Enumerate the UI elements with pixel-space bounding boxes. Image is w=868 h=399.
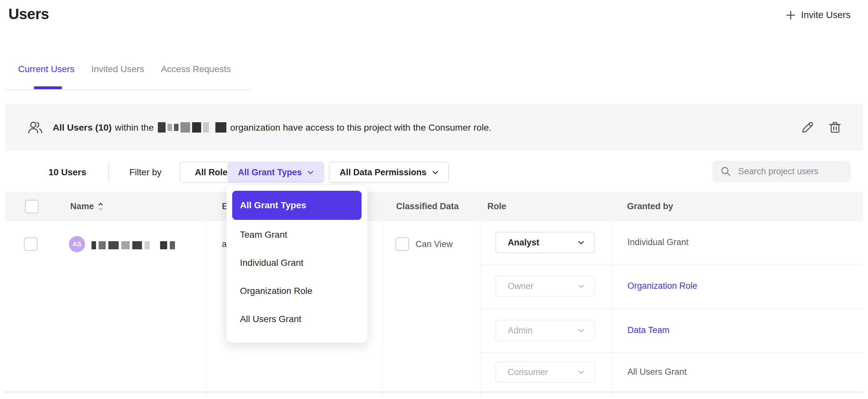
role-select-value: Consumer: [508, 367, 548, 377]
invite-users-label: Invite Users: [801, 10, 850, 20]
search-box: [712, 161, 850, 182]
filter-by-label: Filter by: [129, 167, 162, 178]
column-header-classified-data: Classified Data: [396, 192, 459, 221]
edit-all-users-grant-button[interactable]: [799, 119, 815, 135]
all-data-permissions-filter[interactable]: All Data Permissions: [329, 162, 449, 183]
dropdown-item-team-grant[interactable]: Team Grant: [232, 220, 362, 249]
redacted-org-name: [158, 122, 226, 132]
granted-by-all-users-grant: All Users Grant: [627, 367, 687, 377]
banner-text: All Users (10) within the organization h…: [53, 122, 492, 133]
role-select-analyst[interactable]: Analyst: [495, 232, 595, 253]
column-header-name[interactable]: Name: [70, 192, 103, 221]
page-title: Users: [8, 5, 49, 23]
role-select-value: Analyst: [508, 238, 539, 248]
users-group-icon: [28, 121, 43, 134]
grant-row-divider: [481, 352, 863, 353]
all-grant-types-label: All Grant Types: [238, 167, 302, 178]
column-divider: [206, 221, 206, 399]
role-select-admin: Admin: [495, 320, 595, 341]
pencil-icon: [800, 121, 814, 134]
search-icon: [720, 166, 731, 177]
tab-invited-users[interactable]: Invited Users: [91, 64, 144, 74]
dropdown-item-all-grant-types[interactable]: All Grant Types: [232, 191, 362, 220]
all-roles-label: All Roles: [195, 167, 232, 178]
tab-bar-divider: [5, 90, 251, 90]
chevron-down-icon: [578, 329, 584, 332]
role-select-owner: Owner: [495, 275, 595, 297]
select-all-checkbox[interactable]: [25, 200, 38, 213]
chevron-down-icon: [578, 371, 584, 374]
granted-by-organization-role-link[interactable]: Organization Role: [627, 281, 697, 291]
sort-arrows-icon: [98, 203, 103, 211]
users-count: 10 Users: [49, 167, 86, 178]
banner-rest-segment: organization have access to this project…: [230, 122, 492, 133]
role-select-value: Owner: [508, 281, 534, 291]
column-divider: [382, 221, 383, 399]
user-row-divider: [5, 392, 863, 393]
table-header: Name Email Classified Data Role Granted …: [5, 192, 863, 221]
invite-users-button[interactable]: Invite Users: [785, 10, 850, 20]
name-header-label: Name: [70, 202, 94, 212]
dropdown-item-organization-role[interactable]: Organization Role: [232, 277, 362, 305]
can-view-checkbox[interactable]: [396, 237, 409, 251]
dropdown-item-individual-grant[interactable]: Individual Grant: [232, 249, 362, 277]
column-header-role: Role: [487, 192, 506, 221]
banner-mid-segment: within the: [115, 122, 154, 133]
granted-by-header-label: Granted by: [627, 202, 673, 212]
avatar-initials: AS: [72, 241, 82, 248]
active-tab-indicator: [34, 86, 62, 89]
tab-bar: Current Users Invited Users Access Reque…: [18, 64, 231, 74]
banner-bold-segment: All Users (10): [53, 122, 112, 133]
column-divider: [613, 221, 613, 399]
user-email: a: [222, 239, 227, 249]
classified-data-cell: Can View: [396, 237, 453, 251]
users-page: Users Invite Users Current Users Invited…: [0, 0, 868, 399]
tab-current-users[interactable]: Current Users: [18, 64, 74, 74]
granted-by-individual-grant: Individual Grant: [627, 237, 688, 247]
plus-icon: [785, 10, 796, 20]
all-data-permissions-label: All Data Permissions: [340, 167, 427, 178]
all-grant-types-filter[interactable]: All Grant Types: [227, 162, 324, 183]
column-divider: [481, 221, 481, 399]
granted-by-data-team-link[interactable]: Data Team: [627, 325, 670, 335]
column-header-granted-by: Granted by: [627, 192, 673, 221]
chevron-down-icon: [308, 171, 313, 174]
classified-header-label: Classified Data: [396, 202, 459, 212]
filter-divider: [108, 163, 109, 181]
tab-access-requests[interactable]: Access Requests: [161, 64, 231, 74]
role-select-consumer: Consumer: [495, 362, 595, 383]
row-select-checkbox[interactable]: [24, 237, 37, 251]
chevron-down-icon: [578, 241, 584, 244]
dropdown-item-all-users-grant[interactable]: All Users Grant: [232, 305, 362, 333]
all-users-banner: All Users (10) within the organization h…: [5, 104, 863, 151]
delete-all-users-grant-button[interactable]: [827, 119, 843, 135]
chevron-down-icon: [432, 171, 438, 174]
grant-row-divider: [481, 308, 863, 309]
avatar: AS: [69, 236, 85, 252]
grant-row-divider: [481, 264, 863, 265]
chevron-down-icon: [578, 284, 584, 288]
redacted-user-name: [92, 241, 175, 249]
can-view-label: Can View: [415, 239, 453, 249]
trash-icon: [828, 121, 842, 134]
role-select-value: Admin: [508, 326, 533, 336]
banner-actions: [799, 119, 843, 135]
grant-types-dropdown-menu: All Grant Types Team Grant Individual Gr…: [226, 185, 367, 343]
search-project-users-input[interactable]: [738, 166, 853, 177]
role-header-label: Role: [487, 202, 506, 212]
